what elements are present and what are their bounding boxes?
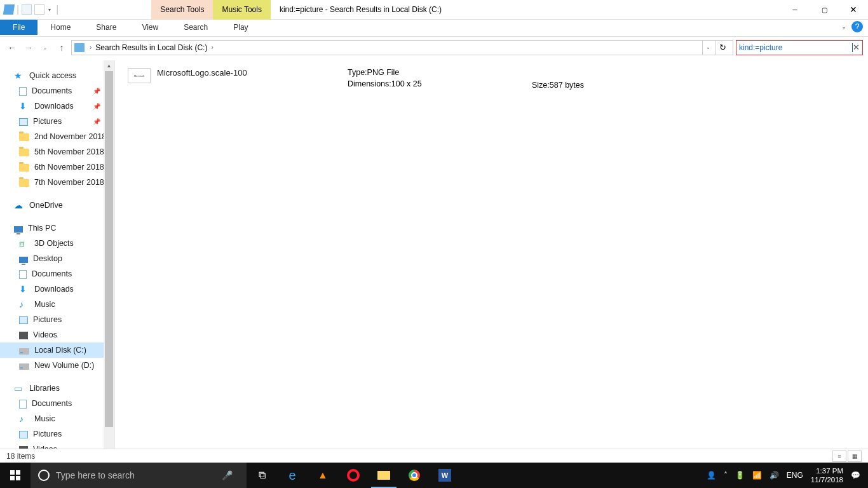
details-view-button[interactable]: ≡	[832, 451, 846, 462]
task-view-button[interactable]: ⧉	[247, 463, 277, 488]
address-history-dropdown[interactable]: ⌄	[702, 40, 714, 55]
nav-label: 3D Objects	[34, 239, 74, 248]
action-center-icon[interactable]: 💬	[851, 471, 860, 480]
nav-downloads-pc[interactable]: ⬇Downloads	[0, 281, 114, 297]
recent-locations-button[interactable]: ⌄	[38, 41, 52, 55]
new-folder-icon[interactable]	[34, 4, 44, 15]
minimize-button[interactable]: ─	[780, 0, 810, 20]
thumbnails-view-button[interactable]: ▦	[848, 451, 862, 462]
nav-documents-pc[interactable]: Documents	[0, 266, 114, 281]
breadcrumb-separator[interactable]: ›	[208, 44, 215, 51]
nav-label: Videos	[33, 330, 57, 339]
nav-local-disk-c[interactable]: Local Disk (C:)	[0, 342, 114, 358]
file-name: MicrosoftLogo.scale-100	[157, 65, 341, 90]
nav-new-volume-d[interactable]: New Volume (D:)	[0, 358, 114, 373]
folder-icon	[19, 179, 29, 187]
svg-rect-2	[10, 476, 15, 480]
battery-icon[interactable]: 🔋	[735, 471, 745, 480]
location-icon	[74, 43, 85, 52]
view-tab[interactable]: View	[129, 20, 171, 35]
cube-icon: ⧈	[19, 238, 29, 248]
nav-lib-documents[interactable]: Documents	[0, 396, 114, 411]
folder-icon	[19, 133, 29, 141]
breadcrumb-location[interactable]: Search Results in Local Disk (C:)	[95, 43, 207, 52]
search-box[interactable]: kind:=picture ✕	[736, 40, 863, 55]
taskbar-search[interactable]: Type here to search 🎤	[31, 463, 247, 488]
folder-icon	[19, 149, 29, 156]
disk-icon	[19, 363, 29, 370]
properties-icon[interactable]	[22, 4, 32, 15]
maximize-button[interactable]: ▢	[810, 0, 839, 20]
folder-icon	[19, 164, 29, 172]
home-tab[interactable]: Home	[37, 20, 83, 35]
onedrive-node[interactable]: ☁OneDrive	[0, 198, 114, 213]
edge-icon[interactable]: e	[277, 463, 308, 488]
minimize-ribbon-icon[interactable]: ⌄	[841, 23, 846, 30]
share-tab[interactable]: Share	[83, 20, 129, 35]
microphone-icon[interactable]: 🎤	[222, 470, 233, 480]
word-icon[interactable]: W	[430, 463, 460, 488]
nav-recent-folder[interactable]: 2nd November 2018	[0, 129, 114, 144]
nav-documents[interactable]: Documents📌	[0, 83, 114, 98]
size-label: Size:	[532, 81, 550, 90]
nav-recent-folder[interactable]: 5th November 2018	[0, 144, 114, 159]
content-area[interactable]: Microsoft MicrosoftLogo.scale-100 Type:P…	[115, 60, 868, 471]
help-icon[interactable]: ?	[851, 21, 863, 32]
search-tools-tab[interactable]: Search Tools	[151, 0, 213, 20]
svg-rect-0	[10, 470, 15, 475]
tray-overflow-icon[interactable]: ˄	[724, 471, 728, 480]
volume-icon[interactable]: 🔊	[770, 471, 779, 480]
qat-separator: |	[17, 4, 19, 15]
wifi-icon[interactable]: 📶	[752, 471, 762, 480]
nav-label: Documents	[32, 399, 72, 408]
breadcrumb-separator[interactable]: ›	[87, 44, 94, 51]
refresh-button[interactable]: ↻	[715, 40, 730, 55]
search-result-item[interactable]: Microsoft MicrosoftLogo.scale-100 Type:P…	[115, 60, 868, 95]
address-bar[interactable]: › Search Results in Local Disk (C:) › ⌄ …	[71, 40, 733, 55]
nav-pictures[interactable]: Pictures📌	[0, 114, 114, 129]
play-tab[interactable]: Play	[220, 20, 261, 35]
videos-icon	[19, 332, 28, 339]
nav-label: New Volume (D:)	[34, 361, 94, 370]
opera-icon[interactable]	[338, 463, 369, 488]
nav-music-pc[interactable]: ♪Music	[0, 297, 114, 312]
start-button[interactable]	[0, 463, 31, 488]
chrome-icon[interactable]	[399, 463, 430, 488]
close-button[interactable]: ✕	[839, 0, 868, 20]
navigation-pane: ★ Quick access Documents📌 ⬇Downloads📌 Pi…	[0, 60, 115, 471]
nav-videos-pc[interactable]: Videos	[0, 327, 114, 342]
quick-access-node[interactable]: ★ Quick access	[0, 68, 114, 83]
nav-lib-pictures[interactable]: Pictures	[0, 426, 114, 442]
language-indicator[interactable]: ENG	[787, 471, 803, 480]
vlc-icon[interactable]: ▲	[308, 463, 338, 488]
this-pc-node[interactable]: This PC	[0, 220, 114, 236]
nav-recent-folder[interactable]: 7th November 2018	[0, 175, 114, 190]
svg-rect-3	[16, 476, 20, 480]
nav-lib-music[interactable]: ♪Music	[0, 411, 114, 426]
nav-recent-folder[interactable]: 6th November 2018	[0, 159, 114, 175]
nav-pictures-pc[interactable]: Pictures	[0, 312, 114, 327]
explorer-icon	[3, 4, 15, 15]
nav-scrollbar[interactable]: ▲ ▼	[104, 60, 114, 471]
nav-label: 6th November 2018	[34, 163, 104, 172]
up-button[interactable]: ↑	[55, 41, 69, 55]
file-tab[interactable]: File	[0, 20, 37, 35]
pin-icon: 📌	[93, 88, 100, 95]
file-explorer-taskbar-icon[interactable]	[369, 463, 399, 488]
back-button[interactable]: ←	[5, 41, 19, 55]
nav-downloads[interactable]: ⬇Downloads📌	[0, 98, 114, 114]
nav-label: Music	[34, 300, 55, 309]
qat-dropdown-icon[interactable]: ▾	[48, 7, 51, 13]
clock[interactable]: 1:37 PM 11/7/2018	[811, 466, 843, 484]
music-tools-tab[interactable]: Music Tools	[213, 0, 270, 20]
nav-desktop[interactable]: Desktop	[0, 251, 114, 266]
scroll-up-icon[interactable]: ▲	[104, 60, 114, 71]
nav-3d-objects[interactable]: ⧈3D Objects	[0, 236, 114, 251]
forward-button[interactable]: →	[22, 41, 36, 55]
scrollbar-thumb[interactable]	[105, 71, 113, 427]
nav-label: Music	[34, 414, 55, 423]
libraries-node[interactable]: ▭Libraries	[0, 381, 114, 396]
search-tab[interactable]: Search	[171, 20, 220, 35]
people-icon[interactable]: 👤	[707, 471, 716, 480]
clear-search-icon[interactable]: ✕	[853, 43, 860, 52]
